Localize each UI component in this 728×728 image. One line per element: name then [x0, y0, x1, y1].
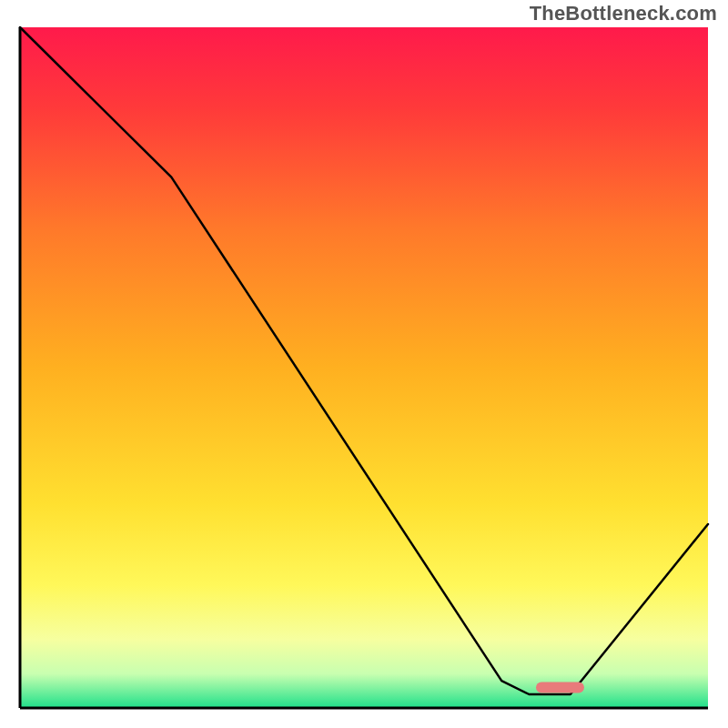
optimal-marker [536, 682, 584, 693]
bottleneck-chart [0, 0, 728, 728]
